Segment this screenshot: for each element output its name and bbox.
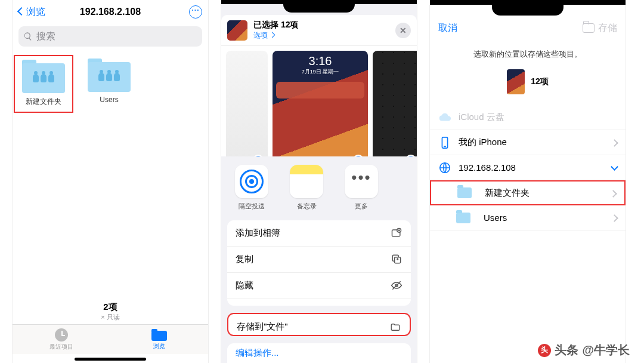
hide-icon — [391, 279, 402, 291]
action-save-files[interactable]: 存储到"文件" — [227, 313, 411, 337]
check-icon — [252, 155, 264, 156]
folder-label: Users — [79, 96, 139, 104]
selection-summary: 12项 — [430, 69, 626, 94]
back-button[interactable]: 浏览 — [18, 6, 45, 19]
selection-thumb-icon — [227, 20, 247, 41]
share-airdrop[interactable]: 隔空投送 — [230, 165, 274, 211]
search-placeholder: 搜索 — [36, 30, 55, 43]
share-more[interactable]: ••• 更多 — [339, 165, 383, 211]
check-icon — [352, 155, 364, 156]
more-icon: ••• — [345, 165, 378, 198]
action-slideshow[interactable]: 幻灯片 — [227, 299, 411, 306]
folder-icon — [88, 59, 131, 92]
ellipsis-icon: ··· — [191, 6, 199, 14]
folder-new[interactable]: 新建文件夹 — [14, 55, 73, 113]
notch — [283, 4, 355, 13]
options-button[interactable]: 选项 — [253, 30, 298, 41]
chevron-down-icon — [612, 162, 617, 173]
chevron-right-icon — [612, 213, 617, 223]
watermark: 头 头条 @牛学长 — [538, 342, 630, 358]
preview-lockscreen: 3:16 7月19日 星期一 — [273, 51, 368, 79]
close-icon: ✕ — [400, 26, 407, 35]
tab-recent[interactable]: 最近项目 — [13, 325, 110, 354]
folder-label: 新建文件夹 — [15, 97, 72, 107]
tab-bar: 最近项目 浏览 — [13, 324, 208, 354]
airdrop-icon — [235, 165, 268, 198]
watermark-author: @牛学长 — [582, 342, 630, 358]
folder-icon — [22, 60, 65, 93]
search-icon — [23, 32, 33, 41]
screen-share-sheet: 已选择 12项 选项 ✕ 3:16 7月19日 星期一 隔空投送 备忘录 •••… — [221, 0, 417, 363]
watermark-prefix: 头条 — [555, 342, 578, 358]
folder-grid: 新建文件夹 Users — [13, 53, 208, 113]
cancel-button[interactable]: 取消 — [438, 22, 457, 35]
close-button[interactable]: ✕ — [395, 23, 411, 38]
watermark-logo-icon: 头 — [538, 344, 551, 357]
copy-icon — [391, 253, 402, 265]
cloud-icon — [438, 111, 451, 124]
nav-bar: 浏览 192.168.2.108 ··· — [13, 0, 208, 24]
nav-bar: 取消 存储 — [430, 16, 626, 41]
share-notes[interactable]: 备忘录 — [284, 165, 329, 211]
album-icon — [391, 227, 402, 239]
location-users[interactable]: Users — [430, 205, 626, 230]
selection-gallery[interactable]: 3:16 7月19日 星期一 — [221, 46, 417, 156]
location-icloud: iCloud 云盘 — [430, 105, 626, 130]
clock-icon — [55, 328, 68, 342]
save-button-disabled: 存储 — [583, 22, 617, 35]
folder-users[interactable]: Users — [79, 55, 139, 113]
action-edit[interactable]: 编辑操作... — [227, 343, 411, 363]
folder-icon — [389, 321, 401, 333]
folder-icon — [457, 187, 472, 198]
folder-icon — [456, 213, 470, 223]
location-list: iCloud 云盘 我的 iPhone 192.168.2.108 新建文件夹 … — [430, 105, 626, 230]
folder-icon — [151, 329, 167, 341]
iphone-icon — [438, 136, 451, 149]
selection-count: 12项 — [531, 76, 549, 87]
location-server[interactable]: 192.168.2.108 — [430, 155, 626, 180]
item-count: 2项 — [13, 302, 208, 313]
preview-notification — [276, 82, 364, 99]
search-field[interactable]: 搜索 — [18, 26, 202, 47]
gallery-item[interactable] — [226, 51, 268, 156]
sheet-header: 已选择 12项 选项 ✕ — [221, 15, 417, 46]
location-iphone[interactable]: 我的 iPhone — [430, 130, 626, 155]
location-new-folder[interactable]: 新建文件夹 — [430, 180, 626, 205]
chevron-right-icon — [611, 188, 616, 198]
gallery-item[interactable] — [373, 51, 417, 156]
check-icon — [405, 155, 417, 156]
action-hide[interactable]: 隐藏 — [227, 273, 411, 299]
more-button[interactable]: ··· — [189, 5, 202, 19]
screen-files-browser: 浏览 192.168.2.108 ··· 搜索 新建文件夹 Users 2项 ×… — [12, 0, 209, 363]
notes-icon — [290, 165, 323, 198]
screen-location-picker: 取消 存储 选取新的位置以存储这些项目。 12项 iCloud 云盘 我的 iP… — [429, 0, 626, 363]
readonly-label: × 只读 — [13, 313, 208, 322]
action-list: 添加到相簿 复制 隐藏 幻灯片 — [227, 220, 411, 306]
action-add-album[interactable]: 添加到相簿 — [227, 220, 411, 247]
chevron-right-icon — [612, 137, 617, 147]
thumb-icon — [507, 69, 525, 94]
globe-icon — [438, 161, 451, 174]
folder-icon — [583, 23, 595, 33]
gallery-item[interactable]: 3:16 7月19日 星期一 — [273, 51, 368, 156]
hint-text: 选取新的位置以存储这些项目。 — [430, 49, 626, 60]
footer-info: 2项 × 只读 — [13, 302, 208, 324]
home-indicator[interactable] — [75, 358, 146, 361]
notch — [492, 5, 564, 16]
share-apps-row: 隔空投送 备忘录 ••• 更多 — [221, 156, 417, 217]
action-copy[interactable]: 复制 — [227, 247, 411, 273]
tab-browse[interactable]: 浏览 — [110, 325, 208, 354]
selection-title: 已选择 12项 — [253, 20, 298, 30]
